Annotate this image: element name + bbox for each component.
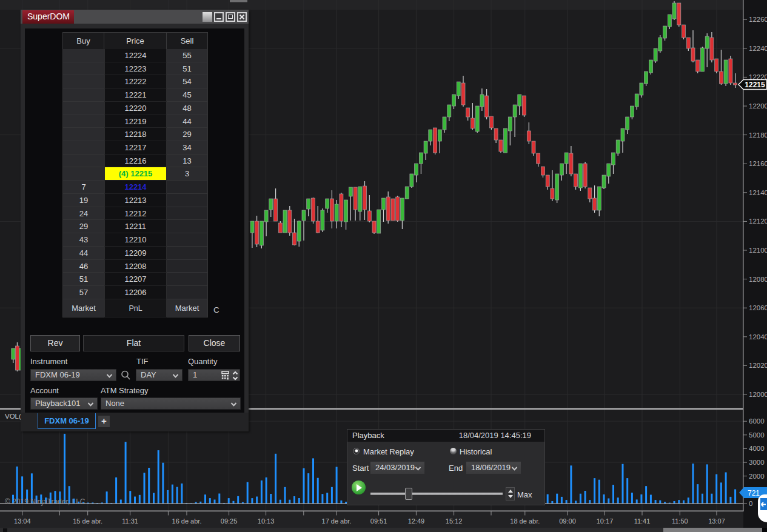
svg-text:6000: 6000 (749, 417, 765, 425)
svg-text:13:04: 13:04 (14, 517, 31, 525)
svg-text:09:25: 09:25 (221, 517, 238, 525)
svg-text:12100: 12100 (749, 247, 767, 254)
svg-text:12000: 12000 (749, 391, 767, 398)
svg-text:15:12: 15:12 (446, 517, 463, 525)
svg-text:12140: 12140 (749, 189, 767, 196)
svg-text:11:50: 11:50 (672, 517, 688, 525)
svg-text:12240: 12240 (749, 45, 767, 52)
svg-text:16 de abr.: 16 de abr. (172, 517, 202, 525)
svg-text:15 de abr.: 15 de abr. (73, 517, 102, 525)
svg-text:09:51: 09:51 (370, 517, 387, 525)
svg-text:12200: 12200 (749, 102, 767, 110)
svg-text:12060: 12060 (749, 304, 767, 311)
svg-text:12080: 12080 (749, 276, 767, 283)
svg-text:12120: 12120 (749, 218, 767, 225)
svg-text:© 2019 NinjaTrader, LLC: © 2019 NinjaTrader, LLC (5, 497, 85, 506)
svg-text:13:07: 13:07 (708, 517, 725, 525)
svg-text:12215: 12215 (745, 81, 765, 89)
svg-text:12020: 12020 (749, 362, 767, 369)
svg-text:09:00: 09:00 (559, 517, 576, 525)
svg-text:3000: 3000 (749, 459, 765, 466)
svg-text:18 de abr.: 18 de abr. (510, 517, 540, 525)
svg-text:11:31: 11:31 (122, 517, 138, 525)
svg-text:12:49: 12:49 (408, 517, 425, 525)
svg-text:5000: 5000 (749, 431, 765, 439)
svg-text:10:17: 10:17 (597, 517, 614, 525)
svg-text:10:13: 10:13 (258, 517, 275, 525)
svg-text:17 de abr.: 17 de abr. (322, 517, 352, 525)
svg-text:721: 721 (748, 489, 760, 497)
svg-text:4000: 4000 (749, 445, 765, 452)
svg-text:2000: 2000 (749, 473, 765, 480)
svg-text:11:41: 11:41 (634, 517, 651, 525)
svg-text:0: 0 (749, 500, 752, 507)
svg-text:12160: 12160 (749, 160, 767, 167)
svg-text:12180: 12180 (749, 131, 767, 139)
svg-text:12260: 12260 (749, 16, 767, 23)
svg-text:12040: 12040 (749, 333, 767, 341)
